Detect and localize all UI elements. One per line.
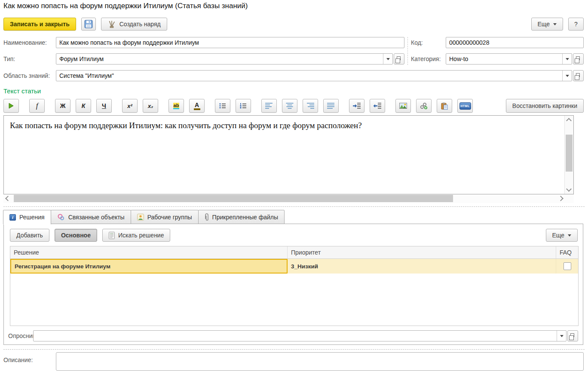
article-text-content[interactable]: Как попасть на форум поддержки Итилиум: …: [10, 121, 558, 130]
indent-decrease-button[interactable]: [370, 99, 385, 113]
category-dropdown-button[interactable]: [562, 54, 572, 64]
font-color-icon: A: [194, 102, 200, 110]
help-button[interactable]: ?: [568, 18, 584, 31]
knowledge-area-input[interactable]: [56, 71, 562, 81]
chevron-down-icon: [568, 234, 571, 237]
open-value-icon: [576, 56, 580, 60]
questionnaire-input[interactable]: [34, 331, 557, 341]
open-value-icon: [570, 333, 574, 337]
questionnaire-open-button[interactable]: [567, 330, 578, 341]
add-solution-button[interactable]: Добавить: [10, 229, 49, 242]
solutions-more-button[interactable]: Еще: [546, 229, 578, 242]
questionnaire-dropdown-button[interactable]: [557, 331, 566, 341]
numbered-list-button[interactable]: [236, 99, 251, 113]
name-label: Наименование:: [3, 37, 47, 48]
article-text-section-title: Текст статьи: [3, 87, 41, 95]
scroll-left-icon[interactable]: [5, 196, 11, 201]
tab-attached-files[interactable]: Прикрепленные файлы: [198, 210, 285, 224]
type-open-button[interactable]: [394, 53, 404, 65]
article-text-editor[interactable]: Как попасть на форум поддержки Итилиум: …: [3, 115, 574, 194]
type-dropdown-button[interactable]: [383, 54, 392, 64]
add-link-button[interactable]: [416, 99, 432, 113]
highlight-icon: ab: [173, 103, 180, 109]
align-justify-button[interactable]: [323, 99, 339, 113]
main-toolbar: Записать и закрыть Создать наряд Еще ?: [3, 17, 584, 31]
search-solution-button[interactable]: Искать решение: [102, 229, 171, 242]
subscript-button[interactable]: x₂: [143, 99, 158, 113]
category-open-button[interactable]: [573, 53, 584, 65]
align-center-icon: [286, 103, 294, 109]
type-input[interactable]: [56, 54, 383, 64]
formula-icon: f: [36, 101, 38, 110]
editor-horizontal-scrollbar[interactable]: [3, 194, 574, 203]
caret-down-icon: [560, 335, 564, 337]
underline-button[interactable]: Ч: [96, 99, 112, 113]
formula-button[interactable]: f: [29, 99, 45, 113]
paste-button[interactable]: [437, 99, 452, 113]
bold-icon: Ж: [60, 102, 66, 109]
column-header-faq[interactable]: FAQ: [556, 246, 578, 258]
numbered-list-icon: [240, 103, 247, 109]
create-order-icon: [107, 20, 116, 28]
bold-button[interactable]: Ж: [55, 99, 70, 113]
align-right-button[interactable]: [303, 99, 318, 113]
superscript-icon: x²: [127, 103, 132, 109]
horizontal-scroll-thumb[interactable]: [14, 195, 453, 202]
tab-work-groups-label: Рабочие группы: [147, 214, 192, 221]
create-order-button[interactable]: Создать наряд: [101, 18, 167, 31]
caret-down-icon: [566, 58, 569, 60]
editor-toolbar: f Ж К Ч x² x₂ ab A: [3, 98, 584, 113]
code-field-wrap: [446, 37, 584, 48]
scroll-up-icon[interactable]: [566, 118, 572, 123]
knowledge-area-dropdown-button[interactable]: [562, 71, 572, 81]
main-solution-button[interactable]: Основное: [55, 229, 97, 242]
tab-linked-objects[interactable]: Связанные объекты: [51, 210, 131, 224]
insert-image-button[interactable]: [395, 99, 411, 113]
knowledge-area-open-button[interactable]: [573, 70, 584, 81]
faq-checkbox[interactable]: [564, 262, 571, 270]
more-button[interactable]: Еще: [531, 18, 564, 31]
restore-images-button[interactable]: Восстановить картинки: [506, 99, 584, 113]
superscript-button[interactable]: x²: [122, 99, 138, 113]
save-button[interactable]: [81, 18, 96, 31]
tab-work-groups[interactable]: Рабочие группы: [131, 210, 199, 224]
align-right-icon: [306, 103, 314, 109]
html-icon: HTML: [459, 102, 471, 110]
type-combo: [56, 53, 404, 65]
subscript-icon: x₂: [148, 103, 153, 109]
solutions-table-header: Решение Приоритет FAQ: [10, 246, 578, 259]
font-color-button[interactable]: A: [189, 99, 205, 113]
highlight-button[interactable]: ab: [168, 99, 184, 113]
run-button[interactable]: [3, 99, 19, 113]
questionnaire-label: Опросник:: [8, 330, 37, 341]
category-input[interactable]: [446, 54, 562, 64]
html-mode-button[interactable]: HTML: [457, 99, 473, 113]
indent-increase-icon: [352, 103, 361, 109]
code-input[interactable]: [446, 37, 583, 48]
scroll-down-icon[interactable]: [566, 186, 572, 192]
table-row[interactable]: Регистрация на форуме Итилиум 3_Низкий: [10, 259, 578, 274]
tab-solutions[interactable]: i Решения: [3, 210, 51, 224]
name-input[interactable]: [56, 37, 404, 48]
indent-increase-button[interactable]: [349, 99, 364, 113]
tab-solutions-label: Решения: [19, 214, 45, 221]
column-header-solution[interactable]: Решение: [10, 246, 288, 258]
description-textarea[interactable]: [56, 352, 584, 371]
column-header-priority[interactable]: Приоритет: [288, 246, 556, 258]
editor-vertical-scrollbar[interactable]: [564, 116, 573, 194]
knowledge-article-window: Как можно попасть на форум поддержки Ити…: [0, 0, 588, 375]
save-and-close-button[interactable]: Записать и закрыть: [3, 18, 76, 31]
priority-cell[interactable]: 3_Низкий: [288, 259, 556, 274]
bullet-list-button[interactable]: [215, 99, 230, 113]
separator-dashed: [3, 206, 585, 207]
description-label: Описание:: [3, 354, 33, 366]
solution-cell[interactable]: Регистрация на форуме Итилиум: [10, 259, 288, 274]
caret-down-icon: [386, 58, 390, 60]
vertical-scroll-thumb[interactable]: [566, 135, 573, 172]
underline-icon: Ч: [102, 102, 106, 109]
align-center-button[interactable]: [282, 99, 297, 113]
name-field-wrap: [56, 37, 404, 48]
italic-button[interactable]: К: [76, 99, 91, 113]
scroll-right-icon[interactable]: [558, 196, 564, 201]
align-left-button[interactable]: [261, 99, 277, 113]
